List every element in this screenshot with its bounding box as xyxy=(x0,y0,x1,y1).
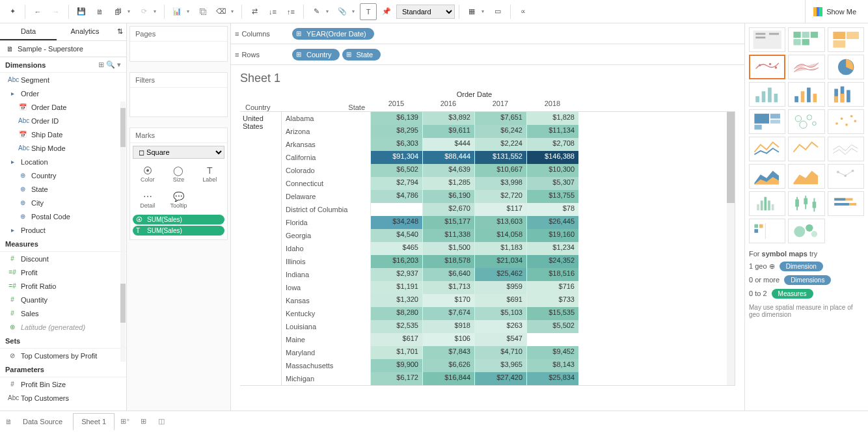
viz-type-20[interactable] xyxy=(828,191,864,216)
data-cell[interactable]: $465 xyxy=(370,242,422,255)
data-cell[interactable]: $6,139 xyxy=(370,112,422,125)
data-cell[interactable]: $117 xyxy=(474,203,526,216)
data-cell[interactable]: $1,234 xyxy=(526,242,578,255)
sort-desc-button[interactable]: ↑≡ xyxy=(282,3,299,20)
data-cell[interactable]: $6,502 xyxy=(370,164,422,177)
new-worksheet-button[interactable]: ⊞⁺ xyxy=(117,417,133,425)
field-order-id[interactable]: AbcOrder ID xyxy=(0,114,126,128)
field-postal-code[interactable]: ⊕Postal Code xyxy=(0,209,126,223)
data-cell[interactable]: $2,535 xyxy=(370,320,422,333)
pin-button[interactable]: 📌 xyxy=(378,3,395,20)
data-cell[interactable]: $11,134 xyxy=(526,125,578,138)
refresh-dropdown[interactable]: ▾ xyxy=(128,8,134,14)
data-cell[interactable]: $1,713 xyxy=(422,281,474,294)
viz-type-1[interactable] xyxy=(788,27,824,52)
pages-shelf[interactable] xyxy=(130,42,227,61)
new-story-button[interactable]: ◫ xyxy=(154,417,169,425)
data-cell[interactable]: $91,304 xyxy=(370,151,422,164)
field-segment[interactable]: AbcSegment xyxy=(0,73,126,87)
data-cell[interactable]: $3,998 xyxy=(474,177,526,190)
viz-type-16[interactable] xyxy=(788,164,824,189)
viz-type-9[interactable] xyxy=(749,109,785,134)
state-cell[interactable]: Alabama xyxy=(282,112,370,125)
state-cell[interactable]: Arkansas xyxy=(282,138,370,151)
data-cell[interactable]: $691 xyxy=(474,294,526,307)
row-pill[interactable]: ⊞Country xyxy=(292,49,340,61)
viz-type-2[interactable] xyxy=(828,27,864,52)
year-header[interactable]: 2016 xyxy=(422,100,474,111)
data-cell[interactable]: $6,626 xyxy=(422,359,474,372)
duplicate-button[interactable]: ⿻ xyxy=(195,3,211,20)
data-cell[interactable]: $10,300 xyxy=(526,164,578,177)
show-me-button[interactable]: Show Me xyxy=(805,0,864,23)
data-cell[interactable]: $18,516 xyxy=(526,268,578,281)
data-cell[interactable]: $14,058 xyxy=(474,229,526,242)
highlight-dropdown[interactable]: ▾ xyxy=(326,8,332,14)
tab-analytics[interactable]: Analytics xyxy=(57,23,113,40)
viz-type-13[interactable] xyxy=(788,137,824,161)
viz-type-10[interactable] xyxy=(788,109,824,134)
state-cell[interactable]: Arizona xyxy=(282,125,370,138)
parameter-item[interactable]: AbcTop Customers xyxy=(0,391,126,405)
data-cell[interactable]: $7,651 xyxy=(474,112,526,125)
state-cell[interactable]: Michigan xyxy=(282,372,370,385)
data-cell[interactable]: $78 xyxy=(526,203,578,216)
mark-detail[interactable]: ⋯Detail xyxy=(133,187,163,212)
state-cell[interactable]: Connecticut xyxy=(282,177,370,190)
year-header[interactable]: 2017 xyxy=(474,100,526,111)
state-cell[interactable]: Maine xyxy=(282,333,370,346)
clear-button[interactable]: ⌫ xyxy=(213,3,230,20)
data-cell[interactable]: $263 xyxy=(474,320,526,333)
share-button[interactable]: ∝ xyxy=(515,3,532,20)
mark-pill[interactable]: ⦿SUM(Sales) xyxy=(133,215,224,224)
data-cell[interactable]: $4,710 xyxy=(474,346,526,359)
data-cell[interactable]: $2,708 xyxy=(526,138,578,151)
group-button[interactable]: 📎 xyxy=(334,3,351,20)
set-item[interactable]: ⊘Top Customers by Profit xyxy=(0,349,126,362)
field-ship-date[interactable]: 📅Ship Date xyxy=(0,128,126,141)
field-profit[interactable]: =#Profit xyxy=(0,265,126,279)
data-cell[interactable]: $6,172 xyxy=(370,372,422,385)
data-cell[interactable]: $27,420 xyxy=(474,372,526,385)
data-cell[interactable]: $3,892 xyxy=(422,112,474,125)
viz-type-15[interactable] xyxy=(749,164,785,189)
presentation-button[interactable]: ▭ xyxy=(489,3,506,20)
state-cell[interactable]: Idaho xyxy=(282,242,370,255)
state-cell[interactable]: Louisiana xyxy=(282,320,370,333)
data-cell[interactable]: $547 xyxy=(474,333,526,346)
state-cell[interactable]: California xyxy=(282,151,370,164)
data-cell[interactable]: $13,603 xyxy=(474,216,526,229)
data-cell[interactable]: $1,701 xyxy=(370,346,422,359)
data-cell[interactable]: $2,670 xyxy=(422,203,474,216)
viz-type-7[interactable] xyxy=(788,82,824,107)
viz-type-18[interactable] xyxy=(749,191,785,216)
data-cell[interactable]: $15,535 xyxy=(526,307,578,320)
tab-data[interactable]: Data xyxy=(0,23,57,40)
data-cell[interactable]: $8,295 xyxy=(370,125,422,138)
data-cell[interactable]: $6,303 xyxy=(370,138,422,151)
state-cell[interactable]: Colorado xyxy=(282,164,370,177)
data-cell[interactable]: $733 xyxy=(526,294,578,307)
data-cell[interactable]: $5,307 xyxy=(526,177,578,190)
data-cell[interactable]: $9,611 xyxy=(422,125,474,138)
data-cell[interactable]: $959 xyxy=(474,281,526,294)
viz-type-5[interactable] xyxy=(828,55,864,79)
state-cell[interactable]: Indiana xyxy=(282,268,370,281)
viz-type-11[interactable] xyxy=(828,109,864,134)
field-order-date[interactable]: 📅Order Date xyxy=(0,100,126,114)
viz-type-3[interactable] xyxy=(749,55,785,79)
data-cell[interactable]: $7,674 xyxy=(422,307,474,320)
sort-asc-button[interactable]: ↓≡ xyxy=(264,3,281,20)
label-button[interactable]: T xyxy=(360,3,377,20)
rows-shelf[interactable]: ≡ Rows ⊞Country⊞State xyxy=(231,44,744,65)
data-cell[interactable]: $13,755 xyxy=(526,190,578,203)
data-cell[interactable]: $4,639 xyxy=(422,164,474,177)
viz-type-4[interactable] xyxy=(788,55,824,79)
data-cell[interactable]: $1,500 xyxy=(422,242,474,255)
fit-select[interactable]: Standard xyxy=(396,5,455,19)
field-quantity[interactable]: #Quantity xyxy=(0,293,126,306)
tab-sheet-1[interactable]: Sheet 1 xyxy=(73,413,115,431)
data-cell[interactable]: $617 xyxy=(370,333,422,346)
data-cell[interactable]: $1,285 xyxy=(422,177,474,190)
data-cell[interactable] xyxy=(370,203,422,216)
